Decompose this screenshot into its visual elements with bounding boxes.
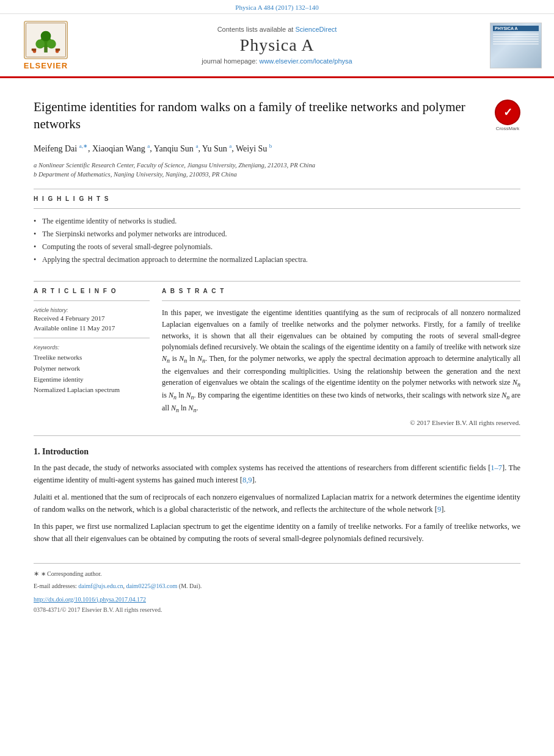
journal-ref-text: Physica A 484 (2017) 132–140 [235, 4, 318, 11]
history-label: Article history: [34, 307, 150, 313]
email-line: E-mail addresses: daimf@ujs.edu.cn, daim… [34, 581, 520, 591]
journal-title-area: Contents lists available at ScienceDirec… [79, 26, 475, 65]
contents-prefix: Contents lists available at [217, 26, 296, 33]
corresponding-author-note: ∗ ∗ Corresponding author. [34, 569, 520, 580]
abstract-heading: A B S T R A C T [162, 288, 520, 294]
issn-text: 0378-4371/© 2017 Elsevier B.V. All right… [34, 606, 520, 613]
intro-heading: 1. Introduction [34, 447, 520, 457]
corresponding-label: ∗ Corresponding author. [41, 570, 102, 577]
elsevier-tree-icon [21, 20, 70, 60]
intro-number: 1. [34, 447, 40, 456]
main-content: ✓ CrossMark Eigentime identities for ran… [0, 78, 554, 625]
highlight-item-3: Computing the roots of several small-deg… [34, 241, 520, 253]
svg-point-5 [47, 40, 56, 49]
highlights-list: The eigentime identity of networks is st… [34, 215, 520, 266]
svg-point-6 [41, 31, 51, 42]
highlights-heading: H I G H L I G H T S [34, 195, 520, 202]
journal-cover-area: PHYSICA A [475, 23, 542, 68]
paper-title: Eigentime identities for random walks on… [34, 98, 520, 133]
ref-8-9: 8,9 [242, 476, 252, 484]
affiliation-b: b Department of Mathematics, Nanjing Uni… [34, 170, 520, 180]
page: Physica A 484 (2017) 132–140 [0, 0, 554, 756]
affiliations: a Nonlinear Scientific Research Center, … [34, 161, 520, 180]
crossmark-svg: ✓ [496, 101, 519, 124]
keyword-3: Eigentime identity [34, 374, 150, 385]
keywords-block: Keywords: Treelike networks Polymer netw… [34, 344, 150, 395]
abstract-col: A B S T R A C T In this paper, we invest… [162, 288, 520, 426]
article-info-heading: A R T I C L E I N F O [34, 288, 150, 294]
journal-cover-thumbnail: PHYSICA A [490, 23, 542, 68]
abstract-text: In this paper, we investigate the eigent… [162, 307, 520, 415]
received-date: Received 4 February 2017 [34, 314, 150, 322]
intro-paragraph-3: In this paper, we first use normalized L… [34, 520, 520, 545]
highlight-item-1: The eigentime identity of networks is st… [34, 215, 520, 228]
email-suffix: (M. Dai). [177, 583, 202, 589]
highlight-item-4: Applying the spectral decimation approac… [34, 253, 520, 266]
journal-homepage-line: journal homepage: www.elsevier.com/locat… [79, 57, 475, 65]
journal-header: ELSEVIER Contents lists available at Sci… [0, 14, 554, 78]
highlight-item-2: The Sierpinski networks and polymer netw… [34, 228, 520, 241]
keyword-1: Treelike networks [34, 352, 150, 363]
crossmark-label: CrossMark [495, 126, 520, 131]
divider-3 [34, 435, 520, 436]
keyword-4: Normalized Laplacian spectrum [34, 385, 150, 396]
email1[interactable]: daimf@ujs.edu.cn [78, 583, 123, 589]
elsevier-wordmark: ELSEVIER [24, 61, 68, 70]
divider-1 [34, 189, 520, 189]
highlights-section: H I G H L I G H T S The eigentime identi… [34, 195, 520, 272]
cover-title: PHYSICA A [493, 26, 539, 31]
article-info-abstract-row: A R T I C L E I N F O Article history: R… [34, 288, 520, 426]
contents-line: Contents lists available at ScienceDirec… [79, 26, 475, 33]
star-symbol: ∗ [34, 570, 39, 577]
journal-reference-bar: Physica A 484 (2017) 132–140 [0, 0, 554, 14]
svg-rect-9 [32, 48, 36, 51]
elsevier-logo-container: ELSEVIER [12, 20, 79, 70]
intro-paragraph-1: In the past decade, the study of network… [34, 462, 520, 486]
ref-1-7: 1–7 [490, 463, 502, 472]
article-info-divider [34, 300, 150, 301]
affiliation-a: a Nonlinear Scientific Research Center, … [34, 161, 520, 170]
abstract-copyright: © 2017 Elsevier B.V. All rights reserved… [162, 419, 520, 426]
keywords-divider [34, 338, 150, 338]
available-date: Available online 11 May 2017 [34, 324, 150, 332]
abstract-divider [162, 300, 520, 301]
highlights-divider [34, 208, 520, 209]
introduction-section: 1. Introduction In the past decade, the … [34, 447, 520, 545]
intro-paragraph-2: Julaiti et al. mentioned that the sum of… [34, 491, 520, 515]
divider-2 [34, 281, 520, 282]
email-label: E-mail addresses: [34, 583, 78, 589]
journal-title: Physica A [79, 35, 475, 55]
svg-rect-10 [56, 48, 60, 51]
elsevier-logo: ELSEVIER [12, 20, 79, 70]
intro-title: Introduction [42, 447, 89, 456]
authors-line: Meifeng Dai a,∗, Xiaoqian Wang a, Yanqiu… [34, 142, 520, 156]
sciencedirect-link[interactable]: ScienceDirect [295, 26, 337, 33]
doi-link[interactable]: http://dx.doi.org/10.1016/j.physa.2017.0… [34, 596, 146, 603]
ref-9: 9 [437, 505, 441, 514]
crossmark-badge: ✓ CrossMark [495, 100, 520, 131]
homepage-url[interactable]: www.elsevier.com/locate/physa [259, 57, 352, 65]
svg-point-4 [35, 40, 45, 49]
keyword-2: Polymer network [34, 363, 150, 374]
footer-section: ∗ ∗ Corresponding author. E-mail address… [34, 563, 520, 613]
email2[interactable]: daim0225@163.com [126, 583, 177, 589]
homepage-prefix: journal homepage: [202, 57, 259, 65]
crossmark-icon: ✓ [495, 100, 520, 125]
svg-text:✓: ✓ [503, 106, 512, 118]
article-info-col: A R T I C L E I N F O Article history: R… [34, 288, 150, 426]
keywords-label: Keywords: [34, 344, 150, 351]
